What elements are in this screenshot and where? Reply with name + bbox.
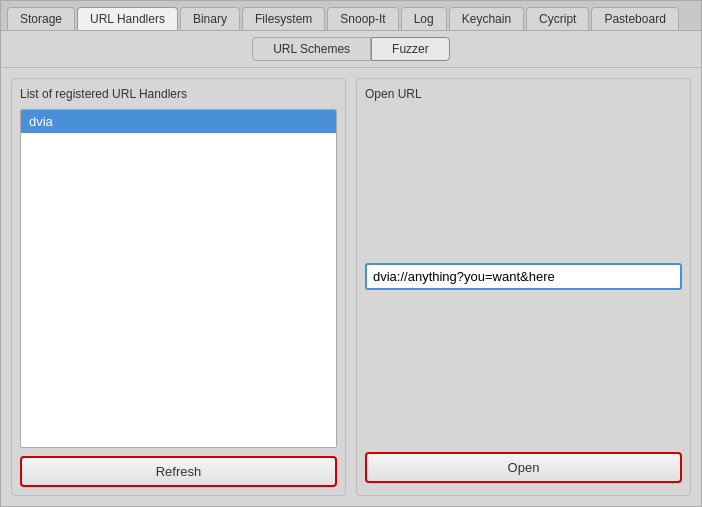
top-tab-bar: Storage URL Handlers Binary Filesystem S… (1, 1, 701, 31)
tab-snoop-it[interactable]: Snoop-It (327, 7, 398, 30)
sub-tab-fuzzer[interactable]: Fuzzer (371, 37, 450, 61)
list-item[interactable]: dvia (21, 110, 336, 133)
tab-filesystem[interactable]: Filesystem (242, 7, 325, 30)
app-window: Storage URL Handlers Binary Filesystem S… (0, 0, 702, 507)
tab-keychain[interactable]: Keychain (449, 7, 524, 30)
refresh-button[interactable]: Refresh (20, 456, 337, 487)
left-panel: List of registered URL Handlers dvia Ref… (11, 78, 346, 496)
open-button[interactable]: Open (365, 452, 682, 483)
url-input[interactable] (365, 263, 682, 290)
tab-url-handlers[interactable]: URL Handlers (77, 7, 178, 30)
url-input-area (365, 109, 682, 444)
main-content: List of registered URL Handlers dvia Ref… (1, 68, 701, 506)
sub-tab-bar: URL Schemes Fuzzer (1, 31, 701, 68)
tab-log[interactable]: Log (401, 7, 447, 30)
sub-tab-url-schemes[interactable]: URL Schemes (252, 37, 371, 61)
right-panel-label: Open URL (365, 87, 682, 101)
tab-cycript[interactable]: Cycript (526, 7, 589, 30)
right-panel: Open URL Open (356, 78, 691, 496)
tab-storage[interactable]: Storage (7, 7, 75, 30)
tab-binary[interactable]: Binary (180, 7, 240, 30)
url-handlers-list[interactable]: dvia (20, 109, 337, 448)
tab-pasteboard[interactable]: Pasteboard (591, 7, 678, 30)
left-panel-label: List of registered URL Handlers (20, 87, 337, 101)
open-btn-wrapper: Open (365, 452, 682, 487)
